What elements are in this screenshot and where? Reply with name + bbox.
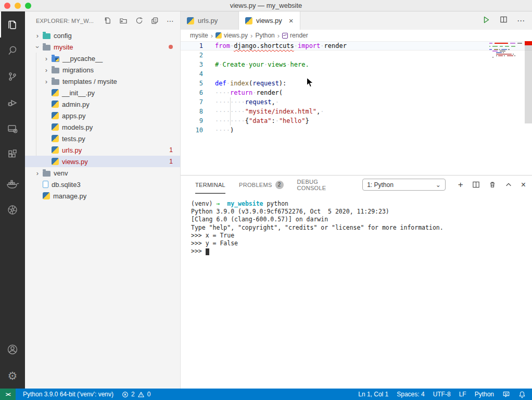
tab-terminal[interactable]: TERMINAL (195, 176, 225, 194)
code-line-text[interactable]: def·index(request): (215, 79, 286, 88)
split-editor-icon[interactable] (500, 16, 508, 26)
run-file-icon[interactable] (482, 16, 490, 26)
line-number[interactable]: 6 (181, 88, 215, 97)
tree-item-manage-py[interactable]: manage.py (25, 190, 180, 202)
tree-item-tests-py[interactable]: tests.py (25, 133, 180, 144)
tree-item-db-sqlite3[interactable]: db.sqlite3 (25, 179, 180, 190)
run-debug-icon[interactable] (0, 90, 25, 116)
editor-more-actions-icon[interactable]: ⋯ (517, 16, 525, 26)
code-line-text[interactable]: #·Create·your·views·here. (215, 60, 309, 69)
line-number[interactable]: 10 (181, 126, 215, 135)
chevron-collapsed-icon[interactable]: › (42, 55, 50, 62)
explorer-title: EXPLORER: MY_W... (36, 18, 94, 24)
line-number[interactable]: 5 (181, 79, 215, 88)
code-line-5[interactable]: 5def·index(request): (181, 79, 532, 88)
collapse-all-icon[interactable] (151, 17, 159, 24)
search-icon[interactable] (0, 38, 25, 64)
eol-status[interactable]: LF (455, 389, 471, 400)
line-number[interactable]: 8 (181, 107, 215, 116)
terminal-selector[interactable]: 1: Python ⌄ (362, 179, 446, 191)
tab-debug-console[interactable]: DEBUG CONSOLE (297, 176, 349, 194)
breadcrumb-item[interactable]: views.py (216, 32, 248, 39)
language-mode-status[interactable]: Python (471, 389, 498, 400)
tree-item--init-py[interactable]: __init__.py (25, 87, 180, 98)
indentation-status[interactable]: Spaces: 4 (392, 389, 428, 400)
line-number[interactable]: 2 (181, 51, 215, 60)
code-line-4[interactable]: 4 (181, 69, 532, 79)
minimap[interactable] (489, 43, 524, 58)
line-number[interactable]: 1 (181, 41, 215, 51)
refresh-icon[interactable] (135, 17, 143, 24)
line-number[interactable]: 3 (181, 60, 215, 69)
line-number[interactable]: 4 (181, 69, 215, 79)
editor-scrollbar[interactable] (525, 41, 532, 123)
line-number[interactable]: 9 (181, 116, 215, 126)
new-terminal-icon[interactable]: + (458, 180, 463, 189)
tree-item-label: venv (54, 169, 68, 177)
tree-item-admin-py[interactable]: admin.py (25, 98, 180, 110)
python-interpreter-status[interactable]: Python 3.9.0 64-bit ('venv': venv) (19, 389, 118, 400)
cursor-position-status[interactable]: Ln 1, Col 1 (354, 389, 392, 400)
code-editor[interactable]: 1from·django.shortcuts·import·render23#·… (181, 41, 532, 175)
code-line-9[interactable]: 9········{"data":·"hello"} (181, 116, 532, 126)
breadcrumb-item[interactable]: render (282, 32, 308, 39)
docker-icon[interactable] (0, 171, 25, 197)
code-line-text[interactable]: from·django.shortcuts·import·render (215, 41, 347, 51)
tab-views-py[interactable]: views.py × (239, 11, 300, 30)
encoding-status[interactable]: UTF-8 (429, 389, 455, 400)
problems-status[interactable]: 2 0 (118, 389, 155, 400)
code-line-text[interactable]: ········request,· (215, 97, 279, 107)
tree-item-views-py[interactable]: views.py1 (25, 156, 180, 167)
code-line-10[interactable]: 10····) (181, 126, 532, 135)
kubernetes-icon[interactable] (0, 197, 25, 223)
code-line-3[interactable]: 3#·Create·your·views·here. (181, 60, 532, 69)
code-line-8[interactable]: 8········"mysite/index.html",· (181, 107, 532, 116)
settings-gear-icon[interactable]: ⚙ (0, 362, 25, 389)
tree-item-migrations[interactable]: ›migrations (25, 64, 180, 76)
tree-item-urls-py[interactable]: urls.py1 (25, 144, 180, 156)
tree-item-templates-mysite[interactable]: ›templates / mysite (25, 76, 180, 87)
split-terminal-icon[interactable] (472, 181, 480, 189)
extensions-icon[interactable] (0, 142, 25, 168)
explorer-more-actions-icon[interactable]: ⋯ (167, 17, 174, 24)
tree-item-mysite[interactable]: ›mysite (25, 41, 180, 53)
breadcrumb-item[interactable]: mysite (190, 32, 208, 39)
close-panel-icon[interactable]: × (521, 181, 526, 189)
terminal-output[interactable]: (venv) → my_website pythonPython 3.9.0 (… (181, 194, 532, 389)
breadcrumb-item[interactable]: Python (255, 32, 274, 39)
tree-item-venv[interactable]: ›venv (25, 167, 180, 179)
code-line-6[interactable]: 6····return·render( (181, 88, 532, 97)
new-folder-icon[interactable] (119, 17, 128, 24)
kill-terminal-icon[interactable] (489, 181, 496, 189)
close-tab-icon[interactable]: × (289, 17, 294, 24)
tree-item-apps-py[interactable]: apps.py (25, 110, 180, 121)
code-line-text[interactable]: ········"mysite/index.html",· (215, 107, 324, 116)
accounts-icon[interactable] (0, 336, 25, 362)
code-line-text[interactable]: ········{"data":·"hello"} (215, 116, 309, 126)
tab-problems[interactable]: PROBLEMS2 (239, 176, 284, 194)
tree-item--pycache-[interactable]: ›__pycache__ (25, 53, 180, 64)
chevron-collapsed-icon[interactable]: › (33, 170, 42, 177)
chevron-collapsed-icon[interactable]: › (33, 32, 42, 39)
tree-item-models-py[interactable]: models.py (25, 121, 180, 133)
code-line-text[interactable]: ····return·render( (215, 88, 283, 97)
new-file-icon[interactable] (104, 17, 111, 24)
tab-urls-py[interactable]: urls.py (181, 11, 239, 30)
line-number[interactable]: 7 (181, 97, 215, 107)
chevron-collapsed-icon[interactable]: › (42, 67, 50, 73)
code-line-2[interactable]: 2 (181, 51, 532, 60)
warning-count: 0 (147, 391, 151, 398)
chevron-expanded-icon[interactable]: › (34, 43, 41, 51)
remote-indicator[interactable]: >< (0, 389, 16, 400)
source-control-icon[interactable] (0, 64, 25, 90)
tree-item-config[interactable]: ›config (25, 30, 180, 41)
explorer-icon[interactable] (0, 11, 25, 38)
feedback-icon[interactable] (498, 389, 514, 400)
notifications-bell-icon[interactable] (514, 389, 532, 400)
code-line-7[interactable]: 7········request,· (181, 97, 532, 107)
maximize-panel-icon[interactable] (505, 181, 512, 189)
code-line-1[interactable]: 1from·django.shortcuts·import·render (181, 41, 532, 51)
code-line-text[interactable]: ····) (215, 126, 234, 135)
remote-explorer-icon[interactable] (0, 116, 25, 142)
chevron-collapsed-icon[interactable]: › (42, 78, 50, 85)
